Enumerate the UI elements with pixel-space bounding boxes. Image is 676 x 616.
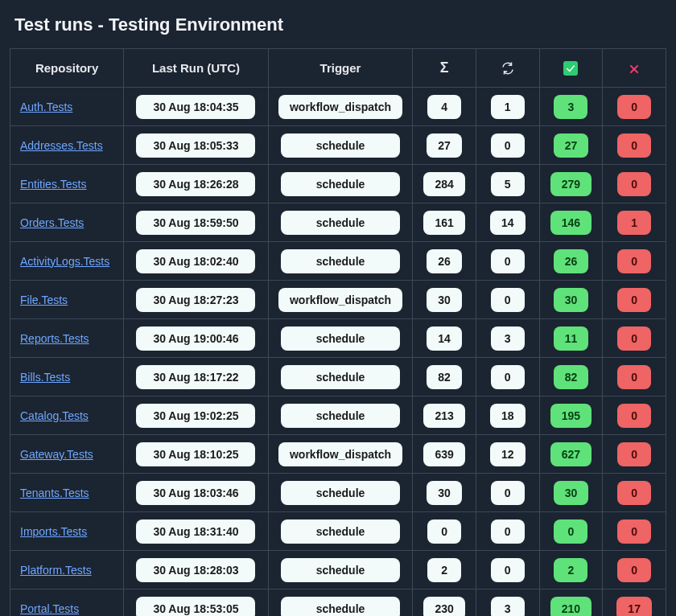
- failed-cell: 0: [603, 126, 666, 165]
- failed-cell: 0: [603, 242, 666, 281]
- trigger-cell: schedule: [268, 358, 413, 396]
- sum-cell: 14: [413, 319, 476, 358]
- skipped-cell: 0: [476, 551, 539, 589]
- last-run-cell: 30 Aug 18:05:33: [124, 126, 269, 165]
- sum-value: 0: [427, 519, 461, 544]
- trigger-cell: schedule: [268, 203, 413, 242]
- check-icon: [563, 61, 578, 76]
- repo-cell: Auth.Tests: [10, 88, 124, 126]
- table-row: File.Tests30 Aug 18:27:23workflow_dispat…: [10, 281, 666, 319]
- repo-link[interactable]: Portal.Tests: [20, 602, 79, 615]
- table-row: Tenants.Tests30 Aug 18:03:46schedule3003…: [10, 474, 666, 512]
- failed-value: 0: [617, 365, 651, 389]
- repo-link[interactable]: Bills.Tests: [20, 371, 70, 384]
- repo-link[interactable]: Auth.Tests: [20, 101, 72, 113]
- passed-cell: 82: [539, 358, 603, 396]
- last-run-value: 30 Aug 18:02:40: [136, 249, 255, 273]
- skipped-value: 0: [491, 133, 525, 158]
- sum-cell: 284: [413, 165, 476, 203]
- header-repository: Repository: [10, 49, 124, 88]
- table-header-row: Repository Last Run (UTC) Trigger Σ: [10, 49, 666, 88]
- last-run-cell: 30 Aug 18:10:25: [124, 435, 269, 474]
- repo-link[interactable]: Orders.Tests: [20, 216, 84, 229]
- repo-link[interactable]: Gateway.Tests: [20, 448, 93, 461]
- sum-value: 82: [427, 365, 462, 389]
- passed-cell: 11: [539, 319, 603, 358]
- trigger-cell: schedule: [268, 474, 413, 512]
- trigger-value: schedule: [281, 481, 400, 505]
- skipped-cell: 14: [476, 203, 539, 242]
- passed-cell: 146: [539, 203, 603, 242]
- trigger-value: schedule: [281, 133, 400, 158]
- passed-cell: 3: [539, 88, 603, 126]
- sum-value: 30: [427, 481, 462, 505]
- skipped-cell: 0: [476, 242, 539, 281]
- repo-cell: Bills.Tests: [10, 358, 124, 396]
- trigger-value: schedule: [281, 519, 400, 544]
- sum-cell: 161: [413, 203, 476, 242]
- trigger-cell: schedule: [268, 396, 413, 435]
- last-run-cell: 30 Aug 18:04:35: [124, 88, 269, 126]
- page-title: Test runs - Testing Environment: [14, 14, 666, 35]
- trigger-value: workflow_dispatch: [278, 95, 402, 119]
- sum-cell: 213: [413, 396, 476, 435]
- last-run-value: 30 Aug 18:03:46: [136, 481, 255, 505]
- repo-link[interactable]: File.Tests: [20, 294, 68, 306]
- passed-value: 3: [554, 95, 587, 119]
- skipped-value: 0: [491, 558, 525, 582]
- failed-cell: 0: [603, 281, 666, 319]
- sum-value: 230: [423, 597, 464, 617]
- skipped-value: 12: [490, 442, 526, 466]
- passed-value: 30: [554, 481, 589, 505]
- trigger-value: schedule: [281, 404, 400, 428]
- failed-cell: 0: [603, 319, 666, 358]
- sum-value: 2: [427, 558, 461, 582]
- passed-value: 146: [550, 211, 592, 235]
- passed-value: 210: [550, 597, 592, 617]
- repo-link[interactable]: Imports.Tests: [20, 525, 87, 538]
- sum-value: 26: [427, 249, 462, 273]
- failed-cell: 0: [603, 396, 666, 435]
- skipped-value: 14: [490, 211, 526, 235]
- trigger-value: schedule: [281, 172, 400, 196]
- last-run-cell: 30 Aug 18:53:05: [124, 589, 269, 617]
- test-runs-table: Repository Last Run (UTC) Trigger Σ: [10, 48, 666, 616]
- sum-value: 639: [423, 442, 464, 466]
- last-run-value: 30 Aug 18:26:28: [136, 172, 255, 196]
- repo-link[interactable]: Platform.Tests: [20, 564, 92, 577]
- skipped-cell: 18: [476, 396, 539, 435]
- passed-value: 627: [550, 442, 592, 466]
- repo-link[interactable]: ActivityLogs.Tests: [20, 255, 109, 268]
- sum-cell: 4: [413, 88, 476, 126]
- repo-link[interactable]: Entities.Tests: [20, 178, 86, 191]
- repo-link[interactable]: Catalog.Tests: [20, 409, 89, 422]
- last-run-cell: 30 Aug 19:02:25: [124, 396, 269, 435]
- table-row: Bills.Tests30 Aug 18:17:22schedule820820: [10, 358, 666, 396]
- failed-cell: 0: [603, 512, 666, 551]
- trigger-cell: schedule: [268, 319, 413, 358]
- sum-value: 14: [427, 326, 462, 351]
- skipped-cell: 0: [476, 474, 539, 512]
- failed-value: 0: [617, 404, 651, 428]
- trigger-cell: workflow_dispatch: [268, 281, 413, 319]
- sum-cell: 30: [413, 281, 476, 319]
- repo-link[interactable]: Tenants.Tests: [20, 487, 89, 499]
- skipped-cell: 5: [476, 165, 539, 203]
- repo-cell: Imports.Tests: [10, 512, 124, 551]
- skipped-value: 3: [491, 326, 525, 351]
- repo-cell: Gateway.Tests: [10, 435, 124, 474]
- sum-cell: 82: [413, 358, 476, 396]
- last-run-cell: 30 Aug 18:27:23: [124, 281, 269, 319]
- failed-cell: 17: [603, 589, 666, 617]
- repo-cell: File.Tests: [10, 281, 124, 319]
- table-row: Entities.Tests30 Aug 18:26:28schedule284…: [10, 165, 666, 203]
- repo-link[interactable]: Reports.Tests: [20, 332, 89, 345]
- skipped-cell: 3: [476, 319, 539, 358]
- last-run-value: 30 Aug 18:31:40: [136, 519, 255, 544]
- trigger-cell: workflow_dispatch: [268, 435, 413, 474]
- failed-cell: 0: [603, 88, 666, 126]
- repo-link[interactable]: Addresses.Tests: [20, 139, 103, 152]
- failed-cell: 0: [603, 551, 666, 589]
- trigger-value: schedule: [281, 558, 400, 582]
- passed-value: 26: [554, 249, 589, 273]
